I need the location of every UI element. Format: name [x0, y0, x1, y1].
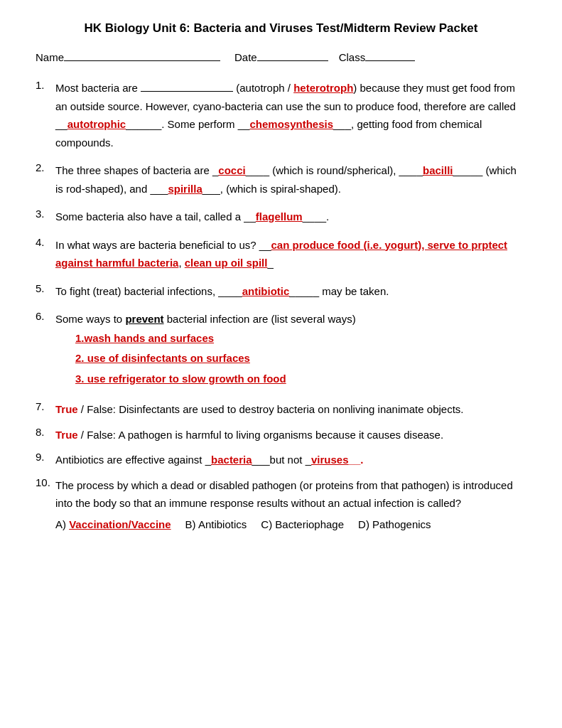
question-item-9: 9.Antibiotics are effective against _bac…: [36, 451, 526, 469]
question-text-8: True / False: A pathogen is harmful to l…: [55, 426, 526, 444]
question-number-1: 1.: [36, 79, 55, 91]
mc-option: A) Vaccination/Vaccine: [55, 515, 171, 534]
answer-text: autotrophic: [67, 118, 126, 130]
answer-text: bacilli: [423, 164, 453, 176]
question-text-5: To fight (treat) bacterial infections, _…: [55, 282, 526, 301]
question-item-7: 7.True / False: Disinfectants are used t…: [36, 400, 526, 419]
fill-blank: [141, 91, 233, 92]
questions-container: 1.Most bacteria are (autotroph / heterot…: [36, 79, 526, 533]
answer-text: cocci: [218, 164, 245, 176]
question-item-1: 1.Most bacteria are (autotroph / heterot…: [36, 79, 526, 151]
question-number-10: 10.: [36, 476, 55, 488]
mc-option: D) Pathogenics: [358, 515, 431, 534]
answer-text: True: [55, 429, 78, 441]
class-label: Class: [339, 51, 366, 63]
question-number-3: 3.: [36, 208, 55, 220]
date-label: Date: [234, 51, 257, 63]
answer-text: viruses: [311, 454, 349, 466]
answer-text: chemosynthesis: [249, 118, 333, 130]
mc-option: B) Antibiotics: [185, 515, 247, 534]
header-fields: Name Date Class: [36, 51, 526, 63]
date-blank[interactable]: [257, 60, 328, 61]
question-text-2: The three shapes of bacteria are _cocci_…: [55, 161, 526, 198]
question-item-8: 8.True / False: A pathogen is harmful to…: [36, 426, 526, 444]
answer-text: True: [55, 403, 78, 415]
answer-text: bacteria: [211, 454, 252, 466]
list-item: 2. use of disinfectants on surfaces: [75, 348, 526, 369]
answer-list: 1.wash hands and surfaces2. use of disin…: [75, 328, 526, 390]
question-number-7: 7.: [36, 400, 55, 412]
list-item: 3. use refrigerator to slow growth on fo…: [75, 369, 526, 390]
question-text-6: Some ways to prevent bacterial infection…: [55, 310, 526, 393]
name-blank[interactable]: [64, 60, 220, 61]
question-item-5: 5.To fight (treat) bacterial infections,…: [36, 282, 526, 301]
answer-text: prevent: [125, 313, 163, 325]
question-text-1: Most bacteria are (autotroph / heterotro…: [55, 79, 526, 151]
answer-text: antibiotic: [242, 285, 290, 297]
multiple-choice-options: A) Vaccination/VaccineB) AntibioticsC) B…: [55, 515, 526, 534]
mc-answer: Vaccination/Vaccine: [69, 518, 171, 530]
question-text-4: In what ways are bacteria beneficial to …: [55, 236, 526, 272]
answer-text: heterotroph: [293, 82, 353, 94]
question-number-5: 5.: [36, 282, 55, 294]
question-number-4: 4.: [36, 236, 55, 248]
question-number-9: 9.: [36, 451, 55, 463]
question-text-9: Antibiotics are effective against _bacte…: [55, 451, 526, 469]
question-number-2: 2.: [36, 161, 55, 173]
answer-text: can produce food (i.e. yogurt), serve to…: [55, 239, 507, 269]
page-title: HK Biology Unit 6: Bacteria and Viruses …: [36, 21, 526, 36]
question-number-6: 6.: [36, 310, 55, 322]
name-label: Name: [36, 51, 64, 63]
class-blank[interactable]: [365, 60, 415, 61]
answer-text: spirilla: [168, 183, 202, 195]
question-item-10: 10.The process by which a dead or disabl…: [36, 476, 526, 534]
question-item-3: 3.Some bacteria also have a tail, called…: [36, 208, 526, 226]
question-text-3: Some bacteria also have a tail, called a…: [55, 208, 526, 226]
answer-text: __.: [349, 454, 364, 466]
list-item: 1.wash hands and surfaces: [75, 328, 526, 349]
question-number-8: 8.: [36, 426, 55, 438]
question-item-2: 2.The three shapes of bacteria are _cocc…: [36, 161, 526, 198]
question-text-10: The process by which a dead or disabled …: [55, 476, 526, 534]
answer-text: clean up oil spill: [185, 257, 268, 269]
question-item-4: 4.In what ways are bacteria beneficial t…: [36, 236, 526, 272]
question-text-7: True / False: Disinfectants are used to …: [55, 400, 526, 419]
mc-option: C) Bacteriophage: [261, 515, 344, 534]
question-item-6: 6.Some ways to prevent bacterial infecti…: [36, 310, 526, 393]
answer-text: flagellum: [256, 210, 303, 223]
